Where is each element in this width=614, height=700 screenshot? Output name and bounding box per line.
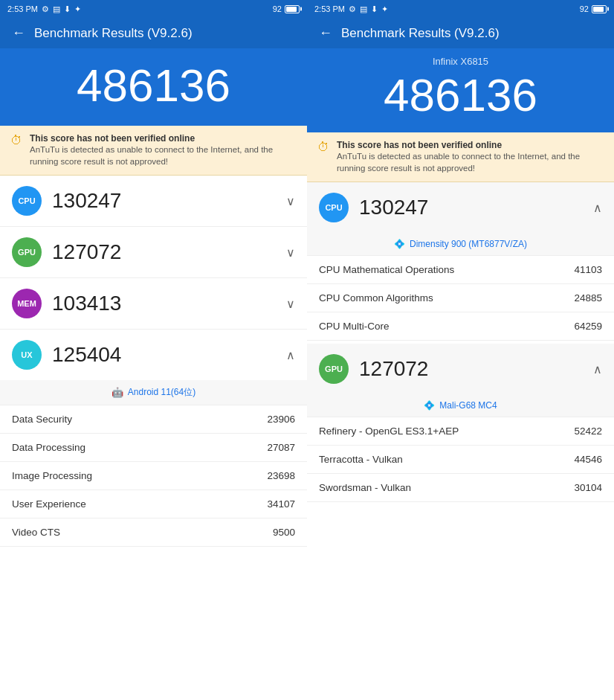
gpu-badge-left: GPU [12, 237, 42, 267]
mem-badge-left: MEM [12, 289, 42, 318]
status-bar-left: 2:53 PM ⚙ ▤ ⬇ ✦ 92 [0, 0, 307, 18]
warning-box-left: ⏱ This score has not been verified onlin… [0, 126, 307, 176]
cpu-math-label: CPU Mathematical Operations [319, 264, 454, 275]
cpu-math-value: 41103 [574, 264, 602, 275]
gpu-expand-right[interactable]: ∧ [593, 362, 602, 376]
sim-icon-r: ▤ [360, 4, 367, 14]
cpu-algo-value: 24885 [574, 292, 602, 304]
android-badge-row: 🤖 Android 11(64位) [0, 380, 307, 405]
gpu-refinery-value: 52422 [574, 426, 602, 437]
gpu-refinery-label: Refinery - OpenGL ES3.1+AEP [319, 426, 459, 437]
ux-row-user-experience: User Experience 34107 [0, 490, 307, 518]
header-left: ← Benchmark Results (V9.2.6) [0, 18, 307, 48]
cpu-multicore-value: 64259 [574, 321, 602, 332]
ux-expand-left[interactable]: ∧ [286, 348, 295, 362]
battery-fill-right [593, 7, 604, 12]
cpu-chip-label: Dimensity 900 (MT6877V/ZA) [410, 239, 527, 249]
gpu-row-right[interactable]: GPU 127072 ∧ [307, 344, 614, 394]
header-title-left: Benchmark Results (V9.2.6) [34, 26, 193, 41]
image-processing-value: 23698 [267, 470, 295, 481]
warning-title-right: This score has not been verified online [337, 140, 604, 150]
battery-fill-left [286, 7, 297, 12]
gpu-score-right: 127072 [359, 357, 593, 381]
ux-expanded-section: Data Security 23906 Data Processing 2708… [0, 405, 307, 547]
time-right: 2:53 PM [314, 4, 345, 13]
device-name: Infinix X6815 [307, 56, 614, 67]
cpu-multicore-label: CPU Multi-Core [319, 321, 390, 332]
gpu-badge-right: GPU [319, 354, 349, 384]
gpu-refinery-row: Refinery - OpenGL ES3.1+AEP 52422 [307, 417, 614, 446]
data-security-label: Data Security [12, 414, 72, 425]
cpu-row-right[interactable]: CPU 130247 ∧ [307, 182, 614, 233]
cpu-algo-row: CPU Common Algorithms 24885 [307, 284, 614, 312]
ux-row-image-processing: Image Processing 23698 [0, 462, 307, 490]
ux-row-video-cts: Video CTS 9500 [0, 518, 307, 547]
score-section-left: 486136 [0, 48, 307, 126]
ux-row-data-security: Data Security 23906 [0, 405, 307, 434]
chip-icon-cpu: 💠 [394, 239, 405, 249]
battery-label-right: 92 [580, 4, 589, 13]
warning-body-left: AnTuTu is detected as unable to connect … [30, 144, 297, 167]
battery-icon-right [592, 5, 607, 13]
ux-row-data-processing: Data Processing 27087 [0, 434, 307, 462]
ux-badge-left: UX [12, 340, 42, 370]
gpu-score-left: 127072 [52, 240, 286, 264]
cpu-score-left: 130247 [52, 189, 286, 213]
warning-text-right: This score has not been verified online … [337, 140, 604, 174]
main-score-right: 486136 [307, 70, 614, 121]
video-cts-value: 9500 [273, 527, 295, 538]
left-panel: 2:53 PM ⚙ ▤ ⬇ ✦ 92 ← Benchmark Results (… [0, 0, 307, 700]
cpu-multicore-row: CPU Multi-Core 64259 [307, 312, 614, 341]
cpu-algo-label: CPU Common Algorithms [319, 292, 433, 304]
download-icon-r: ⬇ [371, 4, 378, 14]
warning-icon-right: ⏱ [317, 141, 329, 154]
time-left: 2:53 PM [7, 4, 38, 13]
header-right: ← Benchmark Results (V9.2.6) [307, 18, 614, 48]
signal-icon: ✦ [74, 4, 81, 14]
gpu-chip-label: Mali-G68 MC4 [439, 400, 497, 411]
gpu-terracotta-value: 44546 [574, 454, 602, 465]
user-experience-value: 34107 [267, 498, 295, 510]
android-label: Android 11(64位) [128, 386, 195, 399]
gpu-swordsman-value: 30104 [574, 482, 602, 493]
gpu-chip-header: 💠 Mali-G68 MC4 [307, 394, 614, 417]
signal-icon-r: ✦ [381, 4, 388, 14]
status-bar-right: 2:53 PM ⚙ ▤ ⬇ ✦ 92 [307, 0, 614, 18]
mem-row-left[interactable]: MEM 103413 ∨ [0, 278, 307, 330]
gpu-swordsman-label: Swordsman - Vulkan [319, 482, 411, 493]
mem-expand-left[interactable]: ∨ [286, 297, 295, 311]
cpu-row-left[interactable]: CPU 130247 ∨ [0, 176, 307, 227]
gpu-row-left[interactable]: GPU 127072 ∨ [0, 227, 307, 278]
battery-label-left: 92 [273, 4, 282, 13]
settings-icon: ⚙ [42, 4, 49, 14]
warning-title-left: This score has not been verified online [30, 133, 297, 144]
main-score-left: 486136 [0, 60, 307, 111]
ux-row-left[interactable]: UX 125404 ∧ [0, 330, 307, 380]
gpu-expand-left[interactable]: ∨ [286, 245, 295, 260]
back-button-left[interactable]: ← [12, 25, 25, 41]
image-processing-label: Image Processing [12, 470, 92, 481]
cpu-sub-section: 💠 Dimensity 900 (MT6877V/ZA) CPU Mathema… [307, 233, 614, 341]
user-experience-label: User Experience [12, 498, 86, 510]
settings-icon-r: ⚙ [349, 4, 356, 14]
back-button-right[interactable]: ← [319, 25, 332, 41]
cpu-badge-left: CPU [12, 186, 42, 216]
gpu-terracotta-row: Terracotta - Vulkan 44546 [307, 446, 614, 474]
header-title-right: Benchmark Results (V9.2.6) [341, 26, 500, 41]
benchmark-content-left: CPU 130247 ∨ GPU 127072 ∨ MEM 103413 ∨ U… [0, 176, 307, 700]
cpu-score-right: 130247 [359, 196, 593, 219]
warning-body-right: AnTuTu is detected as unable to connect … [337, 150, 604, 174]
cpu-expand-left[interactable]: ∨ [286, 194, 295, 208]
chip-icon-gpu: 💠 [424, 400, 435, 411]
cpu-badge-right: CPU [319, 193, 349, 222]
video-cts-label: Video CTS [12, 527, 60, 538]
warning-text-left: This score has not been verified online … [30, 133, 297, 167]
download-icon: ⬇ [64, 4, 71, 14]
sim-icon: ▤ [53, 4, 60, 14]
cpu-expand-right[interactable]: ∧ [593, 201, 602, 215]
mem-score-left: 103413 [52, 292, 286, 315]
gpu-sub-section: 💠 Mali-G68 MC4 Refinery - OpenGL ES3.1+A… [307, 394, 614, 502]
cpu-chip-header: 💠 Dimensity 900 (MT6877V/ZA) [307, 233, 614, 256]
data-processing-label: Data Processing [12, 442, 85, 453]
right-panel: 2:53 PM ⚙ ▤ ⬇ ✦ 92 ← Benchmark Results (… [307, 0, 614, 700]
